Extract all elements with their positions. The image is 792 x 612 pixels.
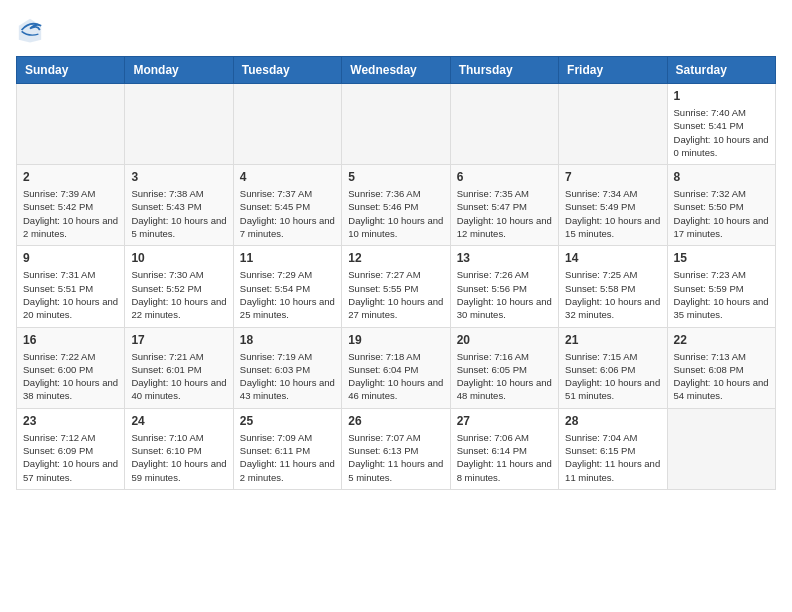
day-number: 7 [565,170,660,184]
day-info: Sunrise: 7:10 AM Sunset: 6:10 PM Dayligh… [131,431,226,484]
calendar-cell: 14 Sunrise: 7:25 AM Sunset: 5:58 PM Dayl… [559,246,667,327]
calendar-cell: 4 Sunrise: 7:37 AM Sunset: 5:45 PM Dayli… [233,165,341,246]
day-info: Sunrise: 7:13 AM Sunset: 6:08 PM Dayligh… [674,350,769,403]
weekday-header-monday: Monday [125,57,233,84]
weekday-header-saturday: Saturday [667,57,775,84]
calendar-week-row: 23 Sunrise: 7:12 AM Sunset: 6:09 PM Dayl… [17,408,776,489]
calendar-week-row: 2 Sunrise: 7:39 AM Sunset: 5:42 PM Dayli… [17,165,776,246]
calendar-cell: 7 Sunrise: 7:34 AM Sunset: 5:49 PM Dayli… [559,165,667,246]
calendar-cell: 2 Sunrise: 7:39 AM Sunset: 5:42 PM Dayli… [17,165,125,246]
day-number: 21 [565,333,660,347]
weekday-header-row: SundayMondayTuesdayWednesdayThursdayFrid… [17,57,776,84]
calendar-week-row: 16 Sunrise: 7:22 AM Sunset: 6:00 PM Dayl… [17,327,776,408]
calendar-cell: 13 Sunrise: 7:26 AM Sunset: 5:56 PM Dayl… [450,246,558,327]
day-number: 13 [457,251,552,265]
calendar-cell [17,84,125,165]
weekday-header-sunday: Sunday [17,57,125,84]
calendar-cell [233,84,341,165]
day-info: Sunrise: 7:22 AM Sunset: 6:00 PM Dayligh… [23,350,118,403]
day-info: Sunrise: 7:34 AM Sunset: 5:49 PM Dayligh… [565,187,660,240]
calendar-cell: 1 Sunrise: 7:40 AM Sunset: 5:41 PM Dayli… [667,84,775,165]
calendar-cell: 12 Sunrise: 7:27 AM Sunset: 5:55 PM Dayl… [342,246,450,327]
calendar-cell: 24 Sunrise: 7:10 AM Sunset: 6:10 PM Dayl… [125,408,233,489]
day-number: 2 [23,170,118,184]
day-number: 5 [348,170,443,184]
calendar-cell [559,84,667,165]
calendar-cell: 22 Sunrise: 7:13 AM Sunset: 6:08 PM Dayl… [667,327,775,408]
day-info: Sunrise: 7:09 AM Sunset: 6:11 PM Dayligh… [240,431,335,484]
logo [16,16,48,44]
day-number: 3 [131,170,226,184]
day-info: Sunrise: 7:35 AM Sunset: 5:47 PM Dayligh… [457,187,552,240]
calendar-cell: 9 Sunrise: 7:31 AM Sunset: 5:51 PM Dayli… [17,246,125,327]
svg-marker-0 [19,19,41,43]
calendar-cell: 25 Sunrise: 7:09 AM Sunset: 6:11 PM Dayl… [233,408,341,489]
day-number: 28 [565,414,660,428]
day-info: Sunrise: 7:23 AM Sunset: 5:59 PM Dayligh… [674,268,769,321]
day-info: Sunrise: 7:40 AM Sunset: 5:41 PM Dayligh… [674,106,769,159]
calendar-cell: 3 Sunrise: 7:38 AM Sunset: 5:43 PM Dayli… [125,165,233,246]
day-info: Sunrise: 7:37 AM Sunset: 5:45 PM Dayligh… [240,187,335,240]
day-number: 27 [457,414,552,428]
calendar-cell: 5 Sunrise: 7:36 AM Sunset: 5:46 PM Dayli… [342,165,450,246]
calendar-cell [342,84,450,165]
day-info: Sunrise: 7:36 AM Sunset: 5:46 PM Dayligh… [348,187,443,240]
day-number: 6 [457,170,552,184]
calendar-cell: 23 Sunrise: 7:12 AM Sunset: 6:09 PM Dayl… [17,408,125,489]
day-info: Sunrise: 7:12 AM Sunset: 6:09 PM Dayligh… [23,431,118,484]
day-number: 17 [131,333,226,347]
day-number: 14 [565,251,660,265]
calendar-cell: 17 Sunrise: 7:21 AM Sunset: 6:01 PM Dayl… [125,327,233,408]
calendar-cell [667,408,775,489]
day-info: Sunrise: 7:31 AM Sunset: 5:51 PM Dayligh… [23,268,118,321]
calendar-cell [125,84,233,165]
day-number: 24 [131,414,226,428]
calendar-cell: 16 Sunrise: 7:22 AM Sunset: 6:00 PM Dayl… [17,327,125,408]
calendar-cell: 21 Sunrise: 7:15 AM Sunset: 6:06 PM Dayl… [559,327,667,408]
page-header [16,16,776,44]
day-number: 8 [674,170,769,184]
day-number: 20 [457,333,552,347]
day-info: Sunrise: 7:19 AM Sunset: 6:03 PM Dayligh… [240,350,335,403]
day-info: Sunrise: 7:32 AM Sunset: 5:50 PM Dayligh… [674,187,769,240]
calendar-week-row: 9 Sunrise: 7:31 AM Sunset: 5:51 PM Dayli… [17,246,776,327]
day-number: 9 [23,251,118,265]
weekday-header-friday: Friday [559,57,667,84]
calendar-cell: 20 Sunrise: 7:16 AM Sunset: 6:05 PM Dayl… [450,327,558,408]
day-number: 18 [240,333,335,347]
day-info: Sunrise: 7:29 AM Sunset: 5:54 PM Dayligh… [240,268,335,321]
day-number: 11 [240,251,335,265]
day-number: 10 [131,251,226,265]
calendar-cell: 27 Sunrise: 7:06 AM Sunset: 6:14 PM Dayl… [450,408,558,489]
day-number: 16 [23,333,118,347]
calendar-cell [450,84,558,165]
weekday-header-tuesday: Tuesday [233,57,341,84]
weekday-header-wednesday: Wednesday [342,57,450,84]
day-info: Sunrise: 7:04 AM Sunset: 6:15 PM Dayligh… [565,431,660,484]
calendar-week-row: 1 Sunrise: 7:40 AM Sunset: 5:41 PM Dayli… [17,84,776,165]
day-info: Sunrise: 7:16 AM Sunset: 6:05 PM Dayligh… [457,350,552,403]
calendar-cell: 19 Sunrise: 7:18 AM Sunset: 6:04 PM Dayl… [342,327,450,408]
calendar-cell: 28 Sunrise: 7:04 AM Sunset: 6:15 PM Dayl… [559,408,667,489]
day-number: 1 [674,89,769,103]
day-number: 4 [240,170,335,184]
calendar-cell: 15 Sunrise: 7:23 AM Sunset: 5:59 PM Dayl… [667,246,775,327]
day-number: 15 [674,251,769,265]
calendar-cell: 18 Sunrise: 7:19 AM Sunset: 6:03 PM Dayl… [233,327,341,408]
day-number: 26 [348,414,443,428]
day-number: 23 [23,414,118,428]
calendar-cell: 26 Sunrise: 7:07 AM Sunset: 6:13 PM Dayl… [342,408,450,489]
calendar-cell: 8 Sunrise: 7:32 AM Sunset: 5:50 PM Dayli… [667,165,775,246]
day-info: Sunrise: 7:21 AM Sunset: 6:01 PM Dayligh… [131,350,226,403]
day-info: Sunrise: 7:06 AM Sunset: 6:14 PM Dayligh… [457,431,552,484]
day-number: 22 [674,333,769,347]
calendar: SundayMondayTuesdayWednesdayThursdayFrid… [16,56,776,490]
day-info: Sunrise: 7:15 AM Sunset: 6:06 PM Dayligh… [565,350,660,403]
day-info: Sunrise: 7:27 AM Sunset: 5:55 PM Dayligh… [348,268,443,321]
day-info: Sunrise: 7:39 AM Sunset: 5:42 PM Dayligh… [23,187,118,240]
logo-icon [16,16,44,44]
day-info: Sunrise: 7:07 AM Sunset: 6:13 PM Dayligh… [348,431,443,484]
day-info: Sunrise: 7:25 AM Sunset: 5:58 PM Dayligh… [565,268,660,321]
day-number: 19 [348,333,443,347]
weekday-header-thursday: Thursday [450,57,558,84]
